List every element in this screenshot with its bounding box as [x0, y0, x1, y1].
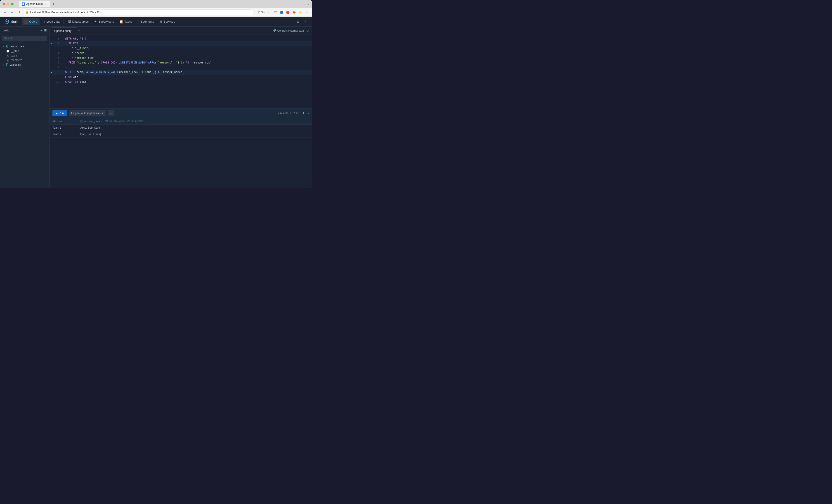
forward-button[interactable]: →: [9, 10, 15, 15]
line-number-2: 2: [53, 42, 59, 46]
nav-tasks[interactable]: 📋 Tasks: [117, 18, 134, 25]
druid-logo[interactable]: druid: [4, 19, 18, 25]
refresh-button[interactable]: ↺: [16, 10, 21, 15]
nav-query-label: Query: [29, 20, 37, 23]
connect-external-label: Connect external data: [278, 29, 304, 32]
sidebar: druid ▼ ⊞ ▼ 🗄 teams_data: [0, 27, 50, 188]
sidebar-column-team[interactable]: A team: [0, 53, 50, 58]
line-gutter-3: 3: [50, 46, 61, 51]
nav-supervisors[interactable]: 👁 Supervisors: [92, 18, 116, 25]
empty-cell-2: [77, 138, 312, 145]
line-gutter-7: 7: [50, 65, 61, 70]
line-number-4: 4: [53, 51, 59, 56]
browser-tabs: Apache Druid × +: [19, 1, 305, 7]
table-row[interactable]: Team 1 [Alice, Bob, Carol]: [50, 125, 312, 131]
cell-team-1: Team 1: [50, 125, 77, 131]
table-row-empty-2: [50, 146, 312, 154]
nav-segments-label: Segments: [140, 20, 154, 23]
code-line-5: 5 r."member_rec": [50, 56, 312, 60]
nav-services[interactable]: 🖥 Services: [157, 18, 177, 25]
code-line-8: ▶ 8 SELECT team, ARRAY_AGG(JSON_VALUE(me…: [50, 70, 312, 75]
sidebar-expand-icon[interactable]: ▼: [40, 28, 43, 32]
column-name-time: __time: [11, 50, 19, 53]
connect-external-icon: 🔗: [272, 29, 276, 32]
extension-icon-5[interactable]: ⚡: [298, 10, 303, 15]
code-content-2: SELECT: [61, 42, 312, 46]
run-indicator-9: [50, 76, 53, 79]
query-tabs: Opened query × + 🔗 Connect external data…: [50, 27, 312, 35]
query-tab-opened[interactable]: Opened query ×: [52, 28, 77, 34]
address-bar[interactable]: 🔒 localhost:8888/unified-console.html#wo…: [23, 9, 254, 16]
code-content-6: FROM "teams_data" t CROSS JOIN UNNEST(JS…: [61, 61, 312, 65]
traffic-lights: [3, 3, 14, 5]
line-number-6: 6: [53, 61, 59, 65]
extension-icon-4[interactable]: 🦊: [292, 10, 296, 15]
help-button[interactable]: ?: [302, 19, 308, 25]
close-window-button[interactable]: [3, 3, 5, 5]
bookmark-star-icon[interactable]: ☆: [266, 10, 271, 15]
column-header-member-names: [·] member_names ARRAY_AGG(JSON_VALUE(me…: [77, 118, 312, 124]
tab-title: Apache Druid: [26, 2, 43, 6]
code-line-2: ▶ 2 SELECT: [50, 42, 312, 46]
extension-icon-3[interactable]: 🔴: [285, 10, 290, 15]
column-header-team: A team: [50, 118, 77, 124]
engine-selector[interactable]: Engine: auto (sql-native) ▼: [69, 110, 106, 116]
run-indicator-5: [50, 56, 53, 60]
table-row[interactable]: Team 2 [Dan, Eve, Frank]: [50, 131, 312, 138]
maximize-window-button[interactable]: [11, 3, 14, 5]
sidebar-column-time[interactable]: 🕐 __time: [0, 49, 50, 53]
more-options-button[interactable]: ···: [108, 110, 114, 116]
svg-point-1: [6, 21, 7, 22]
new-query-tab-button[interactable]: +: [78, 29, 80, 33]
sidebar-item-teams-data[interactable]: ▼ 🗄 teams_data: [0, 44, 50, 49]
browser-menu-button[interactable]: ≡: [304, 10, 309, 15]
back-button[interactable]: ←: [3, 10, 8, 15]
table-row-empty-1: [50, 138, 312, 146]
sidebar-title: druid: [3, 29, 9, 32]
search-input[interactable]: [2, 36, 47, 41]
connect-external-data-button[interactable]: 🔗 Connect external data: [271, 28, 306, 33]
browser-window: Apache Druid × + ⌄ ← → ↺ 🔒 localhost:888…: [0, 0, 312, 188]
browser-titlebar: Apache Druid × + ⌄: [0, 0, 312, 8]
datasource-name-teams-data: teams_data: [10, 45, 24, 48]
query-panel: Opened query × + 🔗 Connect external data…: [50, 27, 312, 188]
line-gutter-9: 9: [50, 75, 61, 80]
extension-icon-1[interactable]: 🛡: [272, 10, 278, 15]
sidebar-columns-icon[interactable]: ⊞: [44, 28, 47, 32]
new-tab-button[interactable]: +: [51, 1, 56, 7]
svg-point-0: [22, 3, 24, 5]
expand-icon-teams-data: ▼: [2, 45, 4, 48]
extension-icon-2[interactable]: 🔵: [279, 10, 284, 15]
tab-close-button[interactable]: ×: [44, 2, 47, 6]
run-indicator-4: [50, 52, 53, 55]
cell-team-2: Team 2: [50, 131, 77, 137]
code-content-8: SELECT team, ARRAY_AGG(JSON_VALUE(member…: [61, 70, 312, 75]
code-line-4: 4 t."team",: [50, 51, 312, 56]
code-content-7: ): [61, 65, 312, 70]
nav-query[interactable]: ⬛ Query: [22, 18, 40, 25]
code-editor[interactable]: 1 WITH cte AS ( ▶ 2 SELECT: [50, 35, 312, 108]
minimize-window-button[interactable]: [7, 3, 9, 5]
close-results-button[interactable]: ×: [308, 111, 309, 115]
sidebar-item-wikipedia[interactable]: ▼ 🗄 wikipedia: [0, 62, 50, 68]
download-results-button[interactable]: ⬇: [302, 111, 305, 115]
line-gutter-1: 1: [50, 37, 61, 41]
line-gutter-10: 10: [50, 80, 61, 84]
expand-icon-wikipedia: ▼: [2, 64, 5, 66]
nav-load-data[interactable]: ⬆ Load data: [41, 18, 62, 25]
expand-editor-button[interactable]: ⤢: [306, 28, 310, 33]
nav-right-icons: ⚙ ?: [295, 19, 308, 25]
nav-more[interactable]: ···: [178, 18, 185, 25]
run-button[interactable]: ▶ Run: [52, 110, 67, 116]
nav-segments[interactable]: ⣿ Segments: [135, 18, 156, 25]
line-number-7: 7: [53, 65, 59, 70]
settings-button[interactable]: ⚙: [295, 19, 301, 25]
column-type-icon-time: 🕐: [6, 50, 9, 53]
query-tab-close-button[interactable]: ×: [73, 30, 74, 32]
services-icon: 🖥: [159, 20, 162, 24]
browser-tab-apache-druid[interactable]: Apache Druid ×: [19, 1, 50, 7]
run-label: Run: [59, 112, 64, 115]
nav-datasources[interactable]: 🗄 Datasources: [66, 18, 91, 25]
sidebar-column-members[interactable]: ⣿ members: [0, 58, 50, 62]
code-content-3: t."__time",: [61, 46, 312, 51]
